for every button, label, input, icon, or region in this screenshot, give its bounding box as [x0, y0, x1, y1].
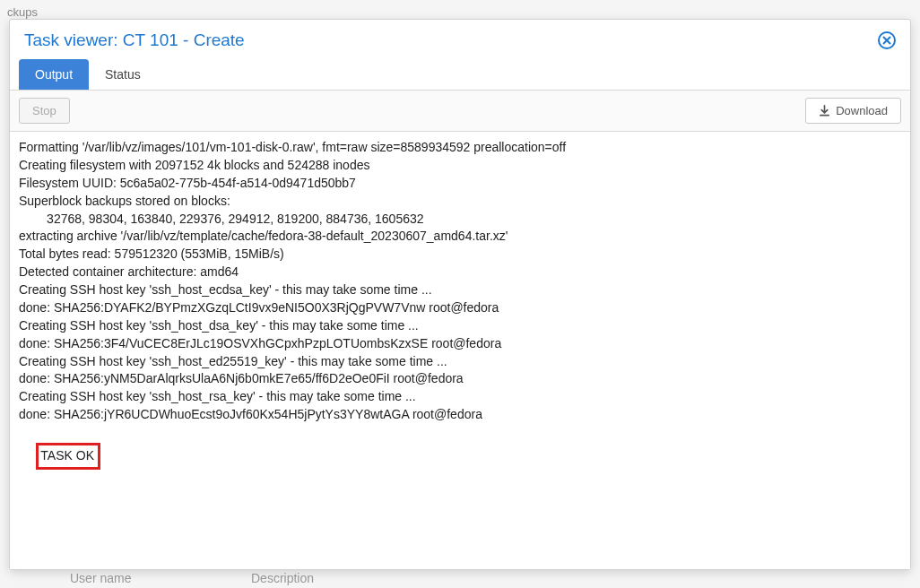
output-line: done: SHA256:jYR6UCDWhuoEcst9oJvf60Kx54H… — [19, 406, 901, 424]
download-label: Download — [836, 104, 888, 117]
output-line: Formatting '/var/lib/vz/images/101/vm-10… — [19, 139, 901, 157]
output-line: done: SHA256:yNM5DarAlqrksUlaA6Nj6b0mkE7… — [19, 370, 901, 388]
output-line: Creating SSH host key 'ssh_host_rsa_key'… — [19, 388, 901, 406]
output-area[interactable]: Formatting '/var/lib/vz/images/101/vm-10… — [10, 132, 910, 569]
stop-button: Stop — [19, 98, 70, 124]
output-line: Filesystem UUID: 5c6a5a02-775b-454f-a514… — [19, 175, 901, 193]
bg-column-description: Description — [251, 571, 314, 585]
output-line: Superblock backups stored on blocks: — [19, 193, 901, 211]
task-ok-highlight: TASK OK — [36, 443, 100, 470]
close-button[interactable] — [878, 31, 896, 49]
download-button[interactable]: Download — [805, 98, 901, 124]
toolbar: Stop Download — [10, 90, 910, 132]
output-final-wrapper: TASK OK — [19, 424, 901, 488]
output-line: Creating filesystem with 2097152 4k bloc… — [19, 157, 901, 175]
output-line: Creating SSH host key 'ssh_host_ecdsa_ke… — [19, 281, 901, 299]
output-line: done: SHA256:3F4/VuCEC8ErJLc19OSVXhGCpxh… — [19, 335, 901, 353]
bg-column-username: User name — [70, 571, 131, 585]
tab-status[interactable]: Status — [89, 59, 157, 90]
bg-text: ckups — [7, 5, 38, 19]
output-line: Creating SSH host key 'ssh_host_dsa_key'… — [19, 317, 901, 335]
output-line: Total bytes read: 579512320 (553MiB, 15M… — [19, 246, 901, 264]
modal-title: Task viewer: CT 101 - Create — [24, 30, 245, 50]
modal-header: Task viewer: CT 101 - Create — [10, 20, 910, 59]
tab-bar: Output Status — [10, 59, 910, 90]
output-log: Formatting '/var/lib/vz/images/101/vm-10… — [19, 139, 901, 424]
output-line: 32768, 98304, 163840, 229376, 294912, 81… — [19, 211, 901, 229]
output-line: extracting archive '/var/lib/vz/template… — [19, 228, 901, 246]
tab-output[interactable]: Output — [19, 59, 89, 90]
output-line: done: SHA256:DYAFK2/BYPmzXGzqLCtI9vx9eNI… — [19, 299, 901, 317]
task-viewer-modal: Task viewer: CT 101 - Create Output Stat… — [9, 19, 911, 570]
output-line: Creating SSH host key 'ssh_host_ed25519_… — [19, 353, 901, 371]
close-icon — [882, 36, 891, 45]
output-line: Detected container architecture: amd64 — [19, 264, 901, 281]
download-icon — [819, 105, 830, 117]
